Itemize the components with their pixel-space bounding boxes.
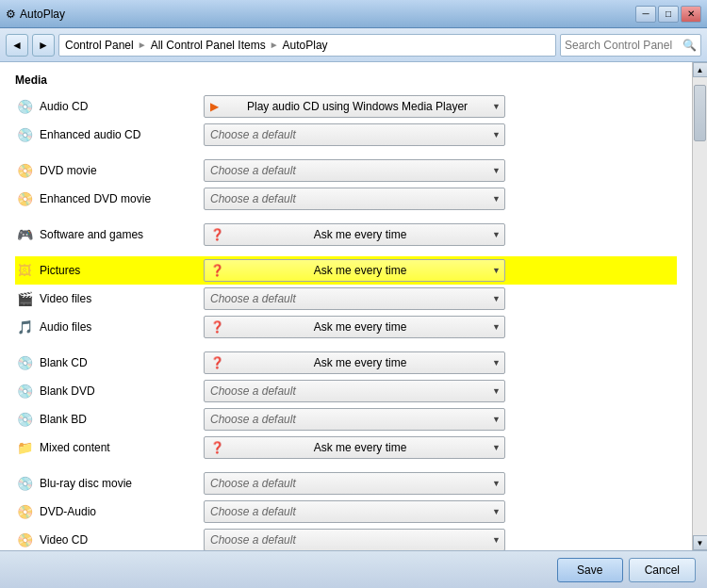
dropdown-arrow-bluray-disc-movie: ▼ (492, 479, 501, 488)
row-label-software-games: 🎮 Software and games (15, 225, 204, 244)
dropdown-value-enhanced-dvd-movie: Choose a default (210, 192, 296, 205)
title-bar-left: ⚙ AutoPlay (6, 8, 65, 21)
dropdown-container-software-games: ❓ Ask me every time ▼ (204, 223, 677, 246)
dropdown-mixed-content[interactable]: ❓ Ask me every time ▼ (204, 436, 505, 459)
breadcrumb-item-all[interactable]: All Control Panel Items (151, 39, 266, 52)
dropdown-blank-bd[interactable]: Choose a default ▼ (204, 408, 505, 431)
section-header-media: Media (15, 70, 677, 92)
minimize-button[interactable]: ─ (635, 6, 656, 23)
scrollbar-up-button[interactable]: ▲ (693, 62, 708, 77)
dropdown-value-blank-cd: Ask me every time (314, 356, 407, 369)
main-content: Media 💿 Audio CD ▶ Play audio CD using W… (0, 62, 707, 550)
back-button[interactable]: ◄ (6, 34, 28, 57)
settings-row-blank-bd: 💿 Blank BD Choose a default ▼ (15, 405, 677, 433)
dropdown-dvd-movie[interactable]: Choose a default ▼ (204, 159, 505, 182)
breadcrumb-sep-1: ► (138, 40, 147, 50)
icon-enhanced-dvd-movie: 📀 (15, 189, 34, 208)
dropdown-bluray-disc-movie[interactable]: Choose a default ▼ (204, 472, 505, 495)
row-label-video-cd: 📀 Video CD (15, 531, 204, 549)
settings-row-video-files: 🎬 Video files Choose a default ▼ (15, 285, 677, 313)
settings-row-dvd-movie: 📀 DVD movie Choose a default ▼ (15, 156, 677, 185)
label-text-audio-cd: Audio CD (40, 100, 88, 113)
scrollbar-down-button[interactable]: ▼ (693, 535, 708, 550)
breadcrumb-item-autoplay[interactable]: AutoPlay (283, 39, 328, 52)
dropdown-container-enhanced-dvd-movie: Choose a default ▼ (204, 188, 677, 210)
dropdown-enhanced-audio-cd[interactable]: Choose a default ▼ (204, 123, 505, 146)
title-bar: ⚙ AutoPlay ─ □ ✕ (0, 0, 707, 28)
icon-enhanced-audio-cd: 💿 (15, 125, 34, 144)
title-bar-text: AutoPlay (20, 8, 65, 21)
row-label-blank-bd: 💿 Blank BD (15, 410, 204, 429)
icon-dvd-movie: 📀 (15, 161, 34, 180)
dropdown-value-audio-cd: Play audio CD using Windows Media Player (247, 100, 468, 113)
label-text-software-games: Software and games (40, 228, 143, 241)
settings-row-enhanced-dvd-movie: 📀 Enhanced DVD movie Choose a default ▼ (15, 185, 677, 213)
dropdown-value-video-cd: Choose a default (210, 533, 296, 547)
row-label-blank-cd: 💿 Blank CD (15, 353, 204, 372)
dropdown-blank-dvd[interactable]: Choose a default ▼ (204, 380, 505, 402)
label-text-mixed-content: Mixed content (40, 441, 110, 454)
row-label-bluray-disc-movie: 💿 Blu-ray disc movie (15, 474, 204, 493)
row-label-video-files: 🎬 Video files (15, 289, 204, 308)
dropdown-container-blank-cd: ❓ Ask me every time ▼ (204, 351, 677, 374)
question-icon: ❓ (210, 441, 224, 454)
dropdown-container-enhanced-audio-cd: Choose a default ▼ (204, 123, 677, 146)
icon-audio-cd: 💿 (15, 97, 34, 116)
settings-row-blank-cd: 💿 Blank CD ❓ Ask me every time ▼ (15, 349, 677, 377)
dropdown-container-dvd-audio: Choose a default ▼ (204, 500, 677, 523)
dropdown-blank-cd[interactable]: ❓ Ask me every time ▼ (204, 351, 505, 374)
search-input[interactable] (565, 39, 682, 52)
dropdown-container-blank-dvd: Choose a default ▼ (204, 380, 677, 402)
dropdown-audio-files[interactable]: ❓ Ask me every time ▼ (204, 316, 505, 338)
cancel-button[interactable]: Cancel (629, 558, 696, 582)
dropdown-arrow-audio-files: ▼ (492, 322, 501, 332)
dropdown-arrow-pictures: ▼ (492, 266, 501, 275)
dropdown-video-files[interactable]: Choose a default ▼ (204, 287, 505, 310)
scrollbar[interactable]: ▲ ▼ (692, 62, 707, 550)
dropdown-container-pictures: ❓ Ask me every time ▼ (204, 259, 677, 282)
dropdown-container-audio-files: ❓ Ask me every time ▼ (204, 316, 677, 338)
save-button[interactable]: Save (557, 558, 623, 582)
dropdown-arrow-audio-cd: ▼ (492, 102, 501, 111)
breadcrumb-item-control-panel[interactable]: Control Panel (65, 39, 134, 52)
dropdown-software-games[interactable]: ❓ Ask me every time ▼ (204, 223, 505, 246)
icon-bluray-disc-movie: 💿 (15, 474, 34, 493)
label-text-dvd-movie: DVD movie (40, 164, 97, 177)
dropdown-enhanced-dvd-movie[interactable]: Choose a default ▼ (204, 188, 505, 210)
dropdown-value-dvd-movie: Choose a default (210, 164, 296, 177)
dropdown-value-bluray-disc-movie: Choose a default (210, 477, 296, 490)
close-button[interactable]: ✕ (681, 6, 701, 23)
forward-button[interactable]: ► (32, 34, 55, 57)
scrollbar-track[interactable] (693, 77, 707, 535)
scrollbar-thumb[interactable] (694, 85, 706, 141)
label-text-pictures: Pictures (40, 264, 80, 277)
label-text-dvd-audio: DVD-Audio (40, 505, 96, 518)
label-text-enhanced-audio-cd: Enhanced audio CD (40, 128, 140, 141)
dropdown-pictures[interactable]: ❓ Ask me every time ▼ (204, 259, 505, 282)
dropdown-arrow-software-games: ▼ (492, 230, 501, 239)
label-text-bluray-disc-movie: Blu-ray disc movie (40, 477, 132, 490)
app-icon: ⚙ (6, 8, 16, 21)
scroll-area[interactable]: Media 💿 Audio CD ▶ Play audio CD using W… (0, 62, 692, 550)
settings-row-pictures: 🖼 Pictures ❓ Ask me every time ▼ (15, 256, 677, 285)
dropdown-value-software-games: Ask me every time (314, 228, 407, 241)
breadcrumb[interactable]: Control Panel ► All Control Panel Items … (58, 34, 556, 57)
nav-bar: ◄ ► Control Panel ► All Control Panel It… (0, 28, 707, 62)
question-icon: ❓ (210, 320, 224, 334)
dropdown-arrow-dvd-movie: ▼ (492, 166, 501, 175)
search-icon: 🔍 (682, 39, 697, 52)
row-label-enhanced-audio-cd: 💿 Enhanced audio CD (15, 125, 204, 144)
maximize-button[interactable]: □ (658, 6, 679, 23)
icon-audio-files: 🎵 (15, 318, 34, 336)
search-box[interactable]: 🔍 (560, 34, 701, 57)
dropdown-dvd-audio[interactable]: Choose a default ▼ (204, 500, 505, 523)
dropdown-value-blank-bd: Choose a default (210, 413, 296, 426)
dropdown-audio-cd[interactable]: ▶ Play audio CD using Windows Media Play… (204, 95, 505, 118)
dropdown-arrow-blank-cd: ▼ (492, 358, 501, 368)
settings-row-video-cd: 📀 Video CD Choose a default ▼ (15, 526, 677, 550)
bottom-bar: Save Cancel (0, 550, 707, 588)
label-text-enhanced-dvd-movie: Enhanced DVD movie (40, 192, 151, 205)
dropdown-value-audio-files: Ask me every time (314, 320, 407, 334)
title-bar-buttons[interactable]: ─ □ ✕ (635, 6, 701, 23)
dropdown-video-cd[interactable]: Choose a default ▼ (204, 529, 505, 550)
